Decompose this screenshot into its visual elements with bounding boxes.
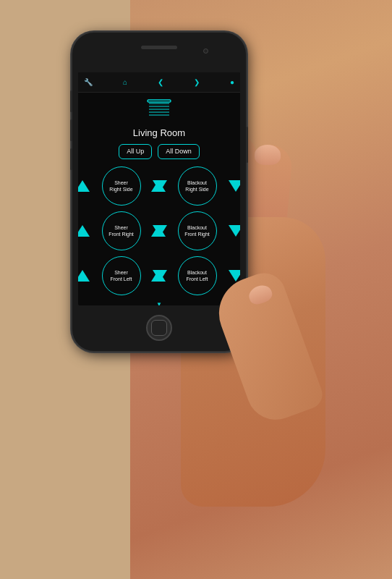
circle-blackout-right-side[interactable]: BlackoutRight Side (178, 166, 217, 206)
circle-sheer-front-left[interactable]: SheerFront Left (102, 256, 141, 295)
home-icon[interactable]: ⌂ (123, 78, 127, 86)
label-sheer-right-side: SheerRight Side (109, 179, 132, 193)
all-down-button[interactable]: All Down (158, 144, 200, 159)
phone-power-btn (246, 127, 248, 163)
nav-bar: 🔧 ⌂ ❮ ❯ ● (78, 72, 240, 93)
label-sheer-front-left: SheerFront Left (111, 269, 132, 282)
blind-icon (146, 98, 172, 123)
label-blackout-right-side: BlackoutRight Side (185, 179, 208, 193)
control-sheer-right-side[interactable]: SheerRight Side (85, 166, 157, 206)
control-blackout-front-left[interactable]: BlackoutFront Left (161, 256, 233, 295)
room-title: Living Room (133, 127, 185, 138)
tri-up-blackout-right-side[interactable] (151, 180, 166, 192)
tri-up-blackout-front-right[interactable] (151, 225, 166, 237)
label-blackout-front-left: BlackoutFront Left (187, 269, 208, 282)
control-blackout-right-side[interactable]: BlackoutRight Side (161, 166, 233, 206)
label-sheer-front-right: SheerFront Right (108, 224, 134, 237)
chevron-left-icon[interactable]: ❮ (158, 78, 163, 86)
phone-camera (203, 48, 208, 54)
tri-down-blackout-front-left[interactable] (229, 270, 240, 282)
phone-vol-up-btn (70, 119, 72, 141)
all-up-button[interactable]: All Up (119, 144, 152, 159)
tri-up-sheer-right-side[interactable] (78, 180, 90, 192)
svg-rect-0 (148, 100, 171, 102)
control-sheer-front-left[interactable]: SheerFront Left (85, 256, 157, 295)
scroll-indicator: ▼ (156, 301, 162, 305)
control-blackout-front-right[interactable]: BlackoutFront Right (161, 211, 233, 250)
home-button[interactable] (146, 315, 172, 341)
circle-sheer-right-side[interactable]: SheerRight Side (102, 166, 141, 206)
chevron-right-icon[interactable]: ❯ (194, 78, 200, 86)
wrench-icon[interactable]: 🔧 (84, 78, 93, 86)
phone-mute-btn (70, 90, 72, 112)
all-buttons-row: All Up All Down (119, 144, 200, 159)
label-blackout-front-right: BlackoutFront Right (184, 224, 210, 237)
screen-content: Living Room All Up All Down SheerRight S… (78, 93, 240, 305)
power-icon[interactable]: ● (230, 78, 234, 86)
circle-sheer-front-right[interactable]: SheerFront Right (102, 211, 141, 250)
phone-screen: 🔧 ⌂ ❮ ❯ ● Living Room (78, 72, 240, 305)
control-sheer-front-right[interactable]: SheerFront Right (85, 211, 157, 250)
nail-index (255, 145, 281, 165)
home-button-inner (151, 320, 167, 336)
controls-grid: SheerRight Side BlackoutRight Side (82, 166, 236, 295)
circle-blackout-front-left[interactable]: BlackoutFront Left (178, 256, 217, 295)
tri-up-sheer-front-left[interactable] (78, 270, 90, 282)
circle-blackout-front-right[interactable]: BlackoutFront Right (178, 211, 217, 250)
phone-vol-down-btn (70, 148, 72, 170)
phone-speaker (141, 46, 177, 49)
tri-up-blackout-front-left[interactable] (151, 270, 166, 282)
tri-down-blackout-front-right[interactable] (229, 225, 240, 237)
tri-up-sheer-front-right[interactable] (78, 225, 90, 237)
tri-down-blackout-right-side[interactable] (229, 180, 240, 192)
